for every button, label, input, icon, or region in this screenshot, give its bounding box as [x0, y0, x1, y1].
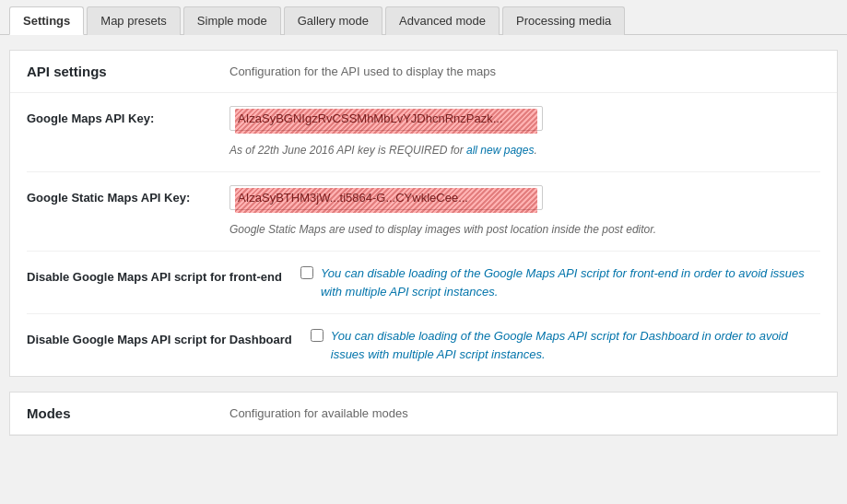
api-settings-card: API settings Configuration for the API u… [9, 50, 838, 377]
disable-frontend-label: Disable Google Maps API script for front… [27, 264, 300, 287]
modes-description: Configuration for available modes [229, 406, 408, 420]
disable-dashboard-checkbox[interactable] [311, 329, 324, 342]
google-maps-api-key-wrapper [229, 106, 543, 136]
tabs-bar: Settings Map presets Simple mode Gallery… [0, 0, 847, 35]
google-static-maps-api-key-control: Google Static Maps are used to display i… [229, 185, 820, 238]
disable-frontend-row: Disable Google Maps API script for front… [27, 252, 820, 314]
tab-map-presets[interactable]: Map presets [87, 6, 181, 35]
disable-frontend-control: You can disable loading of the Google Ma… [300, 264, 820, 300]
tab-simple-mode[interactable]: Simple mode [183, 6, 281, 35]
modes-title: Modes [27, 405, 211, 421]
disable-dashboard-label: Disable Google Maps API script for Dashb… [27, 327, 311, 349]
tab-processing-media[interactable]: Processing media [502, 6, 625, 35]
google-maps-api-key-hint: As of 22th June 2016 API key is REQUIRED… [229, 142, 746, 158]
tab-gallery-mode[interactable]: Gallery mode [284, 6, 382, 35]
google-maps-api-key-input[interactable] [229, 106, 543, 131]
disable-dashboard-desc: You can disable loading of the Google Ma… [331, 327, 820, 363]
google-maps-api-key-label: Google Maps API Key: [27, 106, 229, 128]
disable-frontend-checkbox[interactable] [300, 266, 313, 279]
google-static-maps-api-key-hint: Google Static Maps are used to display i… [229, 221, 746, 238]
api-settings-header: API settings Configuration for the API u… [10, 51, 837, 93]
google-static-maps-api-key-row: Google Static Maps API Key: Google Stati… [27, 172, 820, 252]
google-maps-api-key-row: Google Maps API Key: As of 22th June 201… [27, 93, 820, 172]
tab-advanced-mode[interactable]: Advanced mode [385, 6, 500, 35]
disable-dashboard-checkbox-row: You can disable loading of the Google Ma… [311, 327, 820, 363]
api-settings-title: API settings [27, 64, 211, 79]
modes-header: Modes Configuration for available modes [10, 393, 837, 435]
google-static-maps-api-key-wrapper [229, 185, 543, 216]
disable-dashboard-control: You can disable loading of the Google Ma… [311, 327, 820, 363]
settings-area: Google Maps API Key: As of 22th June 201… [10, 93, 837, 376]
google-maps-api-key-control: As of 22th June 2016 API key is REQUIRED… [229, 106, 820, 158]
main-content: API settings Configuration for the API u… [0, 35, 847, 445]
api-settings-description: Configuration for the API used to displa… [229, 64, 496, 78]
google-static-maps-api-key-input[interactable] [229, 185, 543, 210]
tab-settings[interactable]: Settings [9, 6, 84, 35]
disable-dashboard-row: Disable Google Maps API script for Dashb… [27, 314, 820, 376]
disable-frontend-desc: You can disable loading of the Google Ma… [321, 264, 820, 300]
google-static-maps-api-key-label: Google Static Maps API Key: [27, 185, 229, 207]
disable-frontend-checkbox-row: You can disable loading of the Google Ma… [300, 264, 820, 300]
all-new-pages-link[interactable]: all new pages [466, 144, 534, 157]
modes-card: Modes Configuration for available modes [9, 392, 838, 436]
